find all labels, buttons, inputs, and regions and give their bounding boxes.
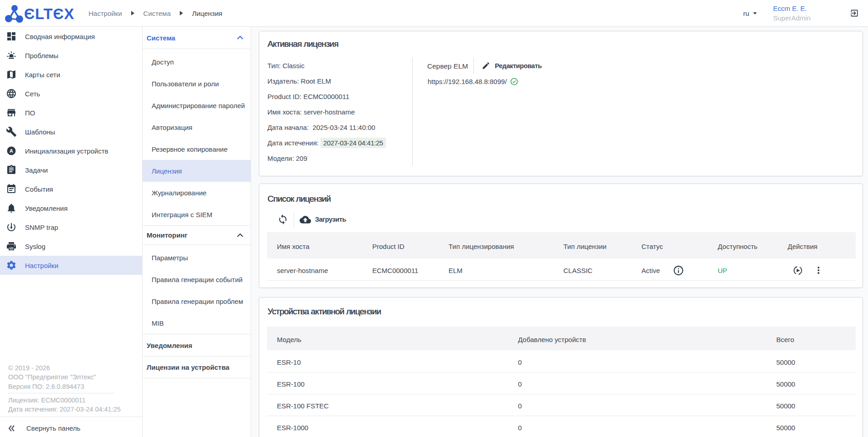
svg-text:A: A	[10, 148, 13, 154]
svg-text:ЄLTЄX: ЄLTЄX	[24, 5, 74, 22]
svg-text:LOG: LOG	[9, 247, 14, 249]
